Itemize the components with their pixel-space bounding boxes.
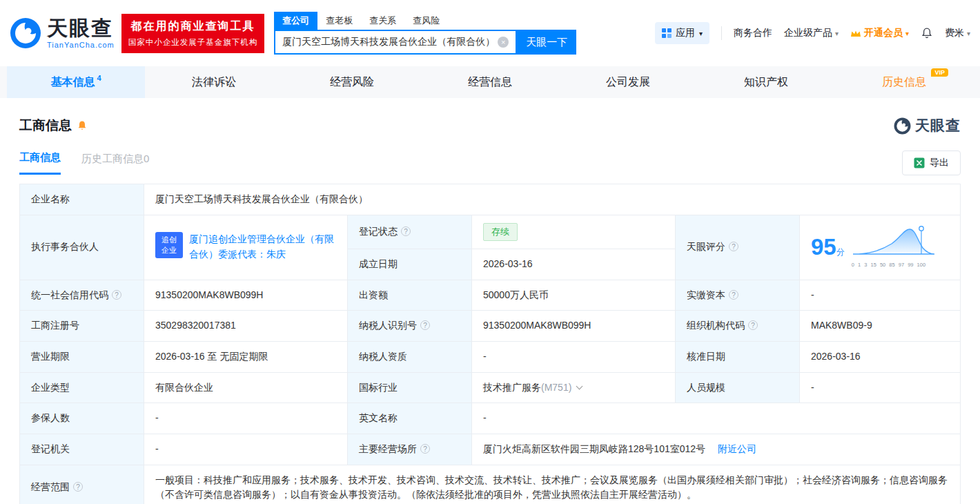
crown-icon (850, 29, 861, 37)
search-tabs: 查公司 查老板 查关系 查风险 (274, 12, 576, 30)
industry-name: 技术推广服务 (483, 380, 541, 396)
help-icon[interactable]: ? (729, 242, 738, 251)
search-input-value: 厦门天空工场博天科技发展合伙企业（有限合伙） (282, 36, 498, 48)
tab-basic-info[interactable]: 基本信息 4 (7, 66, 145, 98)
export-label: 导出 (930, 157, 949, 169)
insured-count-label: 参保人数 (20, 403, 144, 434)
search-tab-boss[interactable]: 查老板 (317, 12, 361, 30)
tab-label: 经营信息 (468, 75, 512, 90)
help-icon[interactable]: ? (73, 482, 83, 492)
score-number: 95分 (811, 235, 845, 260)
top-right-nav: 应用 ▾ 商务合作 企业级产品 ▾ 开通会员 ▾ 费米 ▾ (655, 22, 970, 44)
approval-date-label: 核准日期 (676, 341, 800, 372)
credit-code-label: 统一社会信用代码? (20, 280, 144, 311)
search-area: 查公司 查老板 查关系 查风险 厦门天空工场博天科技发展合伙企业（有限合伙） ×… (274, 12, 576, 55)
business-term-value: 2026-03-16 至 无固定期限 (144, 341, 348, 372)
tab-history-info[interactable]: 历史信息 VIP (835, 66, 973, 98)
tianyancha-watermark: 天眼查 (894, 116, 961, 135)
score-curve-chart: 0 1 3 15 50 85 97 99 100 (852, 225, 936, 269)
tab-label: 历史信息 (882, 75, 926, 90)
industry-label: 国标行业 (348, 372, 472, 403)
section-title: 工商信息 (19, 117, 72, 135)
clear-search-icon[interactable]: × (498, 37, 509, 48)
industry-expand-chevron-icon[interactable] (576, 382, 583, 389)
apps-menu[interactable]: 应用 ▾ (655, 22, 709, 44)
help-icon[interactable]: ? (401, 226, 411, 236)
industry-code: (M751) (541, 380, 571, 396)
partner-company-badge: 追创 企业 (155, 232, 183, 258)
company-type-label: 企业类型 (20, 372, 144, 403)
apps-grid-icon (662, 28, 672, 38)
apps-label: 应用 (676, 27, 695, 39)
tab-label: 公司发展 (606, 75, 650, 90)
tianyancha-logo[interactable]: 天眼查 TianYanCha.com (10, 17, 115, 49)
banner-line2: 国家中小企业发展子基金旗下机构 (128, 37, 258, 48)
vip-badge: VIP (931, 68, 948, 77)
search-tab-relation[interactable]: 查关系 (361, 12, 404, 30)
company-name-value: 厦门天空工场博天科技发展合伙企业（有限合伙） (144, 184, 961, 215)
capital-label: 出资额 (348, 280, 472, 311)
help-icon[interactable]: ? (112, 290, 121, 300)
business-scope-label: 经营范围? (20, 465, 144, 504)
tab-label: 法律诉讼 (192, 75, 236, 90)
business-info-subtabs: 工商信息 历史工商信息0 导出 (19, 151, 961, 175)
org-code-label: 组织机构代码? (676, 311, 800, 342)
reg-status-label: 登记状态? (348, 215, 472, 249)
company-name-label: 企业名称 (20, 184, 144, 215)
english-name-value: - (472, 403, 961, 434)
search-tab-risk[interactable]: 查风险 (404, 12, 448, 30)
business-term-label: 营业期限 (20, 341, 144, 372)
table-row: 企业类型 有限合伙企业 国标行业 技术推广服务 (M751) 人员规模 - (20, 372, 961, 403)
help-icon[interactable]: ? (420, 444, 430, 454)
business-cooperation-link[interactable]: 商务合作 (734, 27, 772, 39)
tab-intellectual-property[interactable]: 知识产权 (697, 66, 835, 98)
search-tab-company[interactable]: 查公司 (274, 12, 317, 30)
staff-size-value: - (800, 372, 961, 403)
subtab-history-business-info[interactable]: 历史工商信息0 (81, 153, 149, 174)
help-icon[interactable]: ? (420, 320, 430, 330)
tab-legal-litigation[interactable]: 法律诉讼 (145, 66, 283, 98)
subtab-business-info[interactable]: 工商信息 (19, 151, 61, 175)
capital-value: 50000万人民币 (472, 280, 676, 311)
table-row: 工商注册号 350298320017381 纳税人识别号? 91350200MA… (20, 311, 961, 342)
excel-icon (914, 157, 925, 168)
notifications-bell[interactable] (921, 27, 933, 39)
business-info-table: 企业名称 厦门天空工场博天科技发展合伙企业（有限合伙） 执行事务合伙人 追创 企… (19, 184, 961, 504)
approval-date-value: 2026-03-16 (800, 341, 961, 372)
help-icon[interactable]: ? (729, 290, 738, 300)
taxpayer-id-value: 91350200MAK8WB099H (472, 311, 676, 342)
search-input[interactable]: 厦门天空工场博天科技发展合伙企业（有限合伙） × (274, 30, 517, 55)
tab-operation-risk[interactable]: 经营风险 (283, 66, 421, 98)
banner-line1: 都在用的商业查询工具 (128, 19, 258, 34)
taxpayer-id-label: 纳税人识别号? (348, 311, 472, 342)
tab-count: 4 (97, 74, 101, 82)
enterprise-products-menu[interactable]: 企业级产品 ▾ (784, 27, 839, 39)
watermark-text: 天眼查 (915, 116, 961, 135)
partner-company-link[interactable]: 厦门追创企业管理合伙企业（有限合伙）委派代表：朱庆 (189, 232, 336, 262)
export-button[interactable]: 导出 (902, 151, 961, 175)
nearby-companies-link[interactable]: 附近公司 (718, 442, 756, 457)
monitor-bell-icon[interactable] (77, 120, 88, 131)
top-header: 天眼查 TianYanCha.com 都在用的商业查询工具 国家中小企业发展子基… (0, 0, 980, 66)
help-icon[interactable]: ? (748, 320, 758, 330)
staff-size-label: 人员规模 (676, 372, 800, 403)
user-menu[interactable]: 费米 ▾ (945, 27, 970, 39)
watermark-logo-icon (894, 117, 911, 135)
score-value: 95分 (800, 215, 961, 280)
search-button[interactable]: 天眼一下 (517, 30, 576, 55)
paid-capital-value: - (800, 280, 961, 311)
address-label: 主要经营场所? (348, 434, 472, 465)
vip-label: 开通会员 (864, 27, 903, 39)
score-label: 天眼评分? (676, 215, 800, 280)
divider (721, 26, 722, 40)
table-row: 企业名称 厦门天空工场博天科技发展合伙企业（有限合伙） (20, 184, 961, 215)
reg-authority-label: 登记机关 (20, 434, 144, 465)
tab-company-development[interactable]: 公司发展 (559, 66, 697, 98)
company-type-value: 有限合伙企业 (144, 372, 348, 403)
reg-number-value: 350298320017381 (144, 311, 348, 342)
open-vip-link[interactable]: 开通会员 ▾ (850, 27, 909, 39)
promo-banner: 都在用的商业查询工具 国家中小企业发展子基金旗下机构 (121, 14, 265, 53)
tab-operation-info[interactable]: 经营信息 (421, 66, 559, 98)
table-row: 参保人数 - 英文名称 - (20, 403, 961, 434)
paid-capital-label: 实缴资本? (676, 280, 800, 311)
